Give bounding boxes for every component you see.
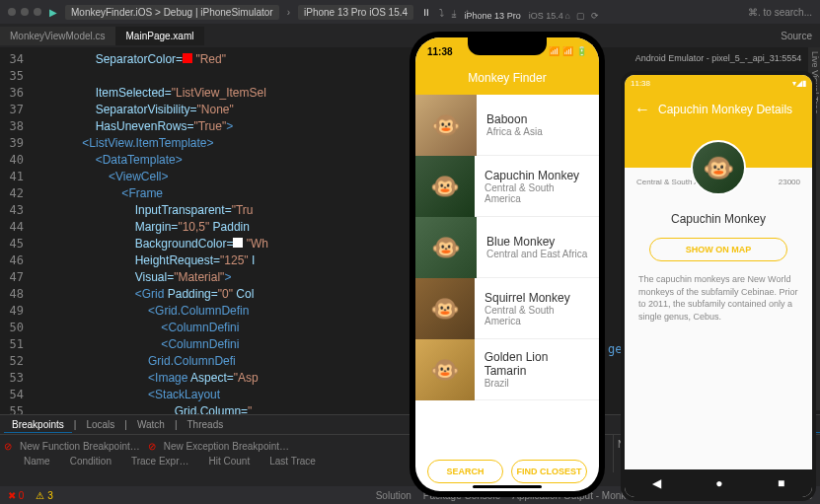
search-button[interactable]: SEARCH bbox=[427, 460, 503, 483]
monkey-image: 🐵 bbox=[415, 339, 475, 400]
col-hit: Hit Count bbox=[208, 456, 250, 467]
nav-back-icon[interactable]: ◀ bbox=[652, 476, 661, 490]
panel-tab-threads[interactable]: Threads bbox=[180, 417, 232, 432]
monkey-name: Capuchin Monkey bbox=[625, 212, 812, 226]
signal-icon: 📶 bbox=[549, 46, 559, 56]
col-last: Last Trace bbox=[269, 456, 316, 467]
col-condition: Condition bbox=[70, 456, 112, 467]
code-content[interactable]: SeparatorColor= "Red" ItemSelected="List… bbox=[30, 47, 268, 410]
list-item[interactable]: 🐵Squirrel MonkeyCentral & South America bbox=[415, 278, 599, 339]
monkey-image: 🐵 bbox=[415, 217, 477, 278]
search-field[interactable]: ⌘. to search... bbox=[748, 7, 812, 18]
monkey-image: 🐵 bbox=[415, 156, 475, 217]
play-icon[interactable]: ▶ bbox=[49, 7, 57, 18]
show-on-map-button[interactable]: SHOW ON MAP bbox=[649, 238, 787, 261]
monkey-image: 🐵 bbox=[415, 95, 477, 156]
breakpoint-icon: ⊘ bbox=[4, 441, 12, 452]
sim-rotate-icon[interactable]: ⟳ bbox=[591, 11, 599, 21]
android-app-header: ← Capuchin Monkey Details 🐵 bbox=[625, 91, 812, 168]
android-page-title: Capuchin Monkey Details bbox=[658, 103, 792, 116]
line-gutter: 34 35 36 37 38 39 40 41 42 43 44 45 46 4… bbox=[0, 47, 30, 410]
iphone-notch bbox=[468, 37, 547, 55]
breakpoint-icon: ⊘ bbox=[148, 441, 156, 452]
item-name: Golden Lion Tamarin bbox=[485, 350, 589, 378]
tab-viewmodel[interactable]: MonkeyViewModel.cs bbox=[0, 27, 116, 45]
iphone-app-title: Monkey Finder bbox=[415, 65, 599, 95]
status-solution[interactable]: Solution bbox=[376, 490, 411, 501]
sim-menu-icon[interactable]: ≡ bbox=[451, 11, 456, 21]
android-nav-bar: ◀ ● ■ bbox=[625, 469, 812, 497]
list-item[interactable]: 🐵Blue MonkeyCentral and East Africa bbox=[415, 217, 599, 278]
iphone-time: 11:38 bbox=[427, 46, 453, 57]
target-dropdown[interactable]: iPhone 13 Pro iOS 15.4 bbox=[298, 5, 413, 20]
col-name: Name bbox=[24, 456, 50, 467]
new-ex-breakpoint[interactable]: New Exception Breakpoint… bbox=[164, 441, 289, 452]
android-emulator: Android Emulator - pixel_5_-_api_31:5554… bbox=[621, 71, 816, 501]
nav-home-icon[interactable]: ● bbox=[715, 476, 722, 490]
panel-tab-locals[interactable]: Locals bbox=[78, 417, 122, 432]
item-name: Squirrel Monkey bbox=[485, 291, 589, 305]
sim-home-icon[interactable]: ⌂ bbox=[565, 11, 570, 21]
tab-mainpage[interactable]: MainPage.xaml bbox=[116, 27, 205, 45]
monkey-description: The capuchin monkeys are New World monke… bbox=[625, 273, 812, 323]
panel-tab-breakpoints[interactable]: Breakpoints bbox=[4, 417, 72, 433]
list-item[interactable]: 🐵Capuchin MonkeyCentral & South America bbox=[415, 156, 599, 217]
back-icon[interactable]: ← bbox=[634, 101, 650, 117]
wifi-icon: 📶 bbox=[562, 46, 573, 56]
list-item[interactable]: 🐵BaboonAfrica & Asia bbox=[415, 95, 599, 156]
monkey-list[interactable]: 🐵BaboonAfrica & Asia🐵Capuchin MonkeyCent… bbox=[415, 95, 599, 400]
item-location: Africa & Asia bbox=[486, 126, 543, 137]
item-name: Capuchin Monkey bbox=[485, 169, 589, 182]
item-location: Brazil bbox=[485, 378, 589, 389]
item-name: Blue Monkey bbox=[486, 235, 587, 249]
col-trace: Trace Expr… bbox=[131, 456, 189, 467]
simulator-title: ≡ iPhone 13 Pro iOS 15.4 ⌂ ▢ ⟳ bbox=[410, 2, 605, 30]
item-location: Central & South America bbox=[485, 182, 589, 204]
monkey-image: 🐵 bbox=[415, 278, 475, 339]
run-config-dropdown[interactable]: MonkeyFinder.iOS > Debug | iPhoneSimulat… bbox=[65, 5, 279, 20]
monkey-avatar: 🐵 bbox=[691, 140, 746, 195]
home-indicator[interactable] bbox=[473, 485, 542, 488]
monkey-population: 23000 bbox=[779, 178, 800, 186]
warning-count[interactable]: ⚠ 3 bbox=[36, 490, 52, 501]
iphone-simulator: 11:38 📶📶🔋 Monkey Finder 🐵BaboonAfrica & … bbox=[410, 32, 605, 497]
emulator-title: Android Emulator - pixel_5_-_api_31:5554 bbox=[621, 53, 816, 63]
android-status-bar: 11:38 ▾◢▮ bbox=[625, 75, 812, 91]
nav-recent-icon[interactable]: ■ bbox=[778, 476, 784, 490]
window-controls[interactable] bbox=[8, 8, 41, 16]
source-toggle[interactable]: Source bbox=[773, 27, 820, 45]
panel-tab-watch[interactable]: Watch bbox=[129, 417, 173, 432]
item-location: Central and East Africa bbox=[486, 249, 587, 259]
item-name: Baboon bbox=[486, 112, 543, 126]
sim-screenshot-icon[interactable]: ▢ bbox=[576, 11, 585, 21]
battery-icon: 🔋 bbox=[576, 46, 587, 56]
error-count[interactable]: ✖ 0 bbox=[8, 490, 24, 501]
list-item[interactable]: 🐵Golden Lion TamarinBrazil bbox=[415, 339, 599, 400]
find-closest-button[interactable]: FIND CLOSEST bbox=[511, 460, 587, 483]
item-location: Central & South America bbox=[485, 305, 589, 326]
new-fn-breakpoint[interactable]: New Function Breakpoint… bbox=[20, 441, 140, 452]
